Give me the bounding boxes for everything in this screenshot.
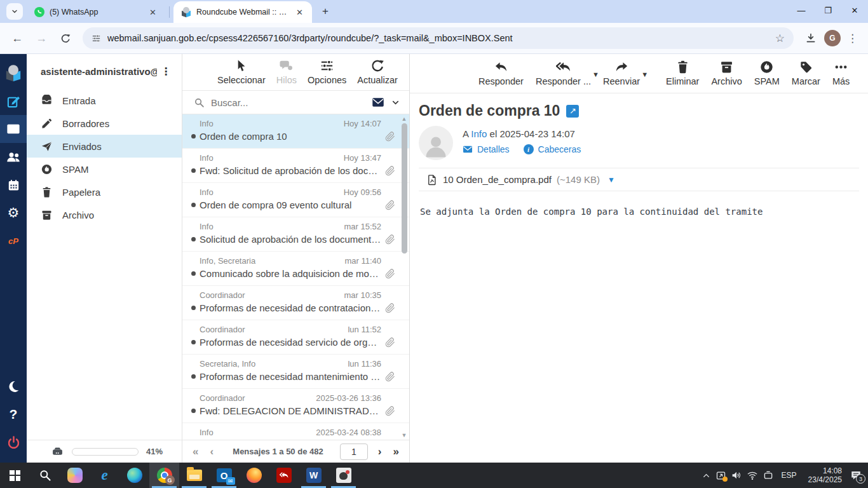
- forward-button[interactable]: →: [31, 27, 52, 49]
- toolbar-button[interactable]: Marcar: [792, 60, 820, 86]
- contacts-nav-button[interactable]: [0, 143, 27, 171]
- paperclip-icon: [385, 269, 395, 281]
- close-tab-icon[interactable]: ✕: [147, 7, 159, 18]
- toolbar-button[interactable]: Eliminar: [666, 60, 699, 86]
- first-page-button[interactable]: «: [190, 445, 201, 458]
- volume-icon[interactable]: [731, 470, 742, 481]
- details-toggle[interactable]: Detalles: [463, 144, 510, 154]
- prev-page-button[interactable]: ‹: [207, 445, 216, 458]
- window-minimize-button[interactable]: —: [788, 0, 815, 20]
- message-list-row[interactable]: Info mar 15:52 Solicitud de aprobación d…: [182, 217, 409, 252]
- dark-mode-moon-icon[interactable]: [0, 372, 27, 400]
- account-menu-icon[interactable]: ⋮: [157, 65, 175, 78]
- search-options-chevron-icon[interactable]: [391, 98, 400, 107]
- window-maximize-button[interactable]: ❐: [815, 0, 841, 20]
- message-list-row[interactable]: Coordinador mar 10:35 Proformas de neces…: [182, 286, 409, 320]
- scrollbar-thumb[interactable]: [402, 123, 407, 254]
- message-list-row[interactable]: Coordinador 2025-03-26 13:36 Fwd: DELEGA…: [182, 389, 409, 423]
- copilot-icon[interactable]: [60, 463, 90, 488]
- word-icon[interactable]: W: [299, 463, 329, 488]
- outlook-icon[interactable]: O: [209, 463, 239, 488]
- mail-nav-button[interactable]: [0, 115, 27, 143]
- site-info-icon[interactable]: [92, 34, 101, 43]
- message-list-row[interactable]: Info, Secretaria mar 11:40 Comunicado so…: [182, 252, 409, 286]
- language-indicator[interactable]: ESP: [778, 471, 800, 480]
- message-list-row[interactable]: Coordinador lun 11:52 Proformas de neces…: [182, 320, 409, 355]
- message-list-row[interactable]: Info Hoy 09:56 Orden de compra 09 evento…: [182, 183, 409, 217]
- page-number-input[interactable]: 1: [340, 444, 368, 460]
- window-close-button[interactable]: ✕: [841, 0, 868, 20]
- acrobat-icon[interactable]: [269, 463, 299, 488]
- toolbar-button[interactable]: Responder ... ▼: [536, 60, 591, 86]
- tab-search-chevron[interactable]: [6, 3, 23, 20]
- close-tab-icon[interactable]: ✕: [294, 7, 306, 18]
- calendar-nav-button[interactable]: [0, 171, 27, 199]
- java-app-icon[interactable]: [329, 463, 358, 488]
- toolbar-button[interactable]: Archivo: [711, 60, 742, 86]
- search-scope-envelope-icon[interactable]: [372, 96, 384, 109]
- profile-avatar[interactable]: G: [824, 30, 841, 46]
- clock[interactable]: 14:08 23/4/2025: [804, 466, 846, 484]
- toolbar-button[interactable]: Reenviar ▼: [603, 60, 640, 86]
- search-input[interactable]: Buscar...: [211, 97, 365, 108]
- toolbar-button[interactable]: Hilos: [276, 58, 297, 85]
- dropdown-caret-icon[interactable]: ▼: [592, 71, 599, 78]
- file-explorer-icon[interactable]: [179, 463, 209, 488]
- tab-whatsapp[interactable]: (5) WhatsApp ✕: [27, 1, 165, 23]
- edge-icon[interactable]: [119, 463, 149, 488]
- list-scrollbar[interactable]: ▲▼: [400, 116, 408, 438]
- internet-explorer-icon[interactable]: e: [90, 463, 119, 488]
- toolbar-button[interactable]: Más: [832, 60, 850, 86]
- recipient-link[interactable]: Info: [471, 128, 487, 139]
- message-list-row[interactable]: Info Hoy 13:47 Fwd: Solicitud de aprobac…: [182, 149, 409, 183]
- reload-button[interactable]: [55, 27, 76, 49]
- toolbar-button[interactable]: Opciones: [308, 58, 346, 85]
- sidebar-folder-item[interactable]: Papelera: [27, 180, 182, 203]
- tab-roundcube[interactable]: Roundcube Webmail :: Enviados ✕: [173, 1, 312, 23]
- delete-icon: [675, 60, 690, 74]
- toolbar-button[interactable]: Seleccionar: [217, 58, 266, 85]
- wifi-icon[interactable]: [747, 470, 758, 481]
- logout-power-icon[interactable]: [0, 428, 27, 456]
- open-in-new-window-icon[interactable]: ↗: [566, 105, 579, 118]
- downloads-icon[interactable]: [800, 27, 822, 49]
- notification-center-icon[interactable]: 3: [850, 470, 862, 481]
- browser-menu-icon[interactable]: ⋮: [843, 32, 862, 45]
- next-page-button[interactable]: ›: [376, 445, 384, 458]
- display-connect-icon[interactable]: [763, 470, 774, 481]
- sidebar-folder-item[interactable]: Enviados: [27, 135, 182, 158]
- tray-expand-chevron-icon[interactable]: [702, 471, 711, 480]
- back-button[interactable]: ←: [6, 27, 28, 49]
- headers-toggle[interactable]: i Cabeceras: [524, 144, 581, 154]
- message-list-row[interactable]: Info 2025-03-24 08:38: [182, 423, 409, 440]
- message-list-row[interactable]: Info Hoy 14:07 Orden de compra 10: [182, 114, 409, 149]
- dropdown-caret-icon[interactable]: ▼: [641, 71, 648, 78]
- sidebar-folder-item[interactable]: SPAM: [27, 158, 182, 180]
- last-page-button[interactable]: »: [391, 445, 402, 458]
- unread-dot: [191, 203, 196, 207]
- start-button[interactable]: [0, 463, 30, 488]
- help-icon[interactable]: ?: [0, 400, 27, 428]
- chrome-icon[interactable]: G: [149, 463, 179, 488]
- sidebar-folder-item[interactable]: Borradores: [27, 112, 182, 135]
- address-bar[interactable]: webmail.sanjuan.gob.ec/cpsess4226567160/…: [83, 27, 794, 49]
- sidebar-folder-item[interactable]: Entrada: [27, 89, 182, 112]
- url-text[interactable]: webmail.sanjuan.gob.ec/cpsess4226567160/…: [107, 33, 769, 43]
- compose-button[interactable]: [0, 87, 27, 115]
- settings-gear-icon[interactable]: ⚙: [0, 199, 27, 227]
- toolbar-button[interactable]: Actualizar: [357, 58, 398, 85]
- cpanel-icon[interactable]: cP: [0, 227, 27, 255]
- toolbar-button[interactable]: SPAM: [754, 60, 780, 86]
- new-tab-button[interactable]: +: [317, 3, 334, 20]
- taskbar-search-icon[interactable]: [30, 463, 60, 488]
- firefox-icon[interactable]: [239, 463, 269, 488]
- search-bar[interactable]: Buscar...: [182, 90, 409, 114]
- attachment-name[interactable]: 10 Orden_de_compra.pdf: [443, 174, 552, 185]
- toolbar-button[interactable]: Responder: [478, 60, 524, 86]
- attachment-menu-caret-icon[interactable]: ▼: [607, 175, 615, 184]
- attachment-row[interactable]: 10 Orden_de_compra.pdf (~149 KB) ▼: [419, 168, 859, 191]
- sidebar-folder-item[interactable]: Archivo: [27, 203, 182, 226]
- tray-app-icon[interactable]: [715, 470, 726, 481]
- bookmark-star-icon[interactable]: ☆: [775, 32, 785, 45]
- message-list-row[interactable]: Secretaria, Info lun 11:36 Proformas de …: [182, 355, 409, 389]
